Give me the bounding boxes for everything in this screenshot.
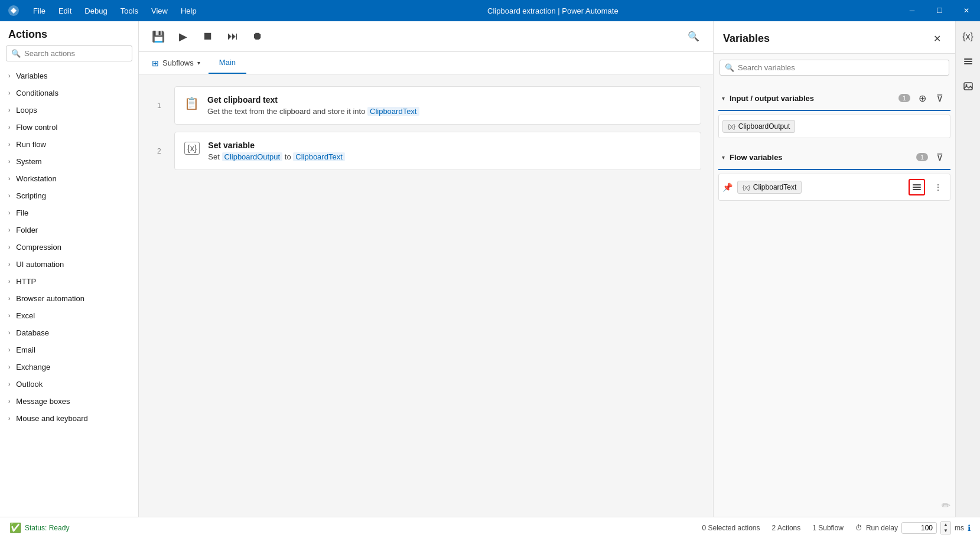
run-delay-input[interactable] — [901, 522, 937, 534]
run-delay-group: ⏱ Run delay ▲ ▼ ms ℹ — [855, 521, 971, 534]
bottom-eraser-area: ✏ — [714, 494, 955, 517]
action-label: Mouse and keyboard — [16, 414, 87, 423]
action-item-workstation[interactable]: › Workstation — [0, 170, 138, 187]
action-item-email[interactable]: › Email — [0, 341, 138, 358]
clipboard-output-row: {x} ClipboardOutput — [718, 115, 950, 138]
title-bar: File Edit Debug Tools View Help Clipboar… — [0, 0, 980, 21]
maximize-button[interactable]: ☐ — [926, 0, 953, 21]
action-item-exchange[interactable]: › Exchange — [0, 358, 138, 376]
main-layout: Actions 🔍 › Variables › Conditionals › L… — [0, 21, 980, 517]
stop-button[interactable]: ⏹ — [198, 27, 218, 47]
action-item-browser-automation[interactable]: › Browser automation — [0, 290, 138, 307]
add-variable-button[interactable]: ⊕ — [915, 91, 929, 105]
info-icon[interactable]: ℹ — [968, 523, 971, 533]
clipboard-text-chip: {x} ClipboardText — [737, 181, 802, 194]
close-button[interactable]: ✕ — [953, 0, 980, 21]
chevron-right-icon: › — [8, 347, 10, 353]
action-item-flow-control[interactable]: › Flow control — [0, 119, 138, 136]
filter-button[interactable]: ⊽ — [933, 91, 947, 105]
action-item-conditionals[interactable]: › Conditionals — [0, 84, 138, 102]
action-item-http[interactable]: › HTTP — [0, 273, 138, 290]
window-title: Clipboard extraction | Power Automate — [207, 6, 898, 15]
flow-step-2[interactable]: 2 {x} Set variable Set ClipboardOutput t… — [174, 132, 701, 170]
action-label: Folder — [16, 226, 38, 234]
chevron-right-icon: › — [8, 381, 10, 387]
menu-tools[interactable]: Tools — [115, 4, 144, 18]
record-button[interactable]: ⏺ — [248, 27, 268, 47]
spinner-down-button[interactable]: ▼ — [941, 528, 950, 534]
eraser-icon[interactable]: ✏ — [942, 499, 950, 512]
flow-filter-button[interactable]: ⊽ — [933, 150, 947, 164]
spinner-up-button[interactable]: ▲ — [941, 522, 950, 528]
action-item-file[interactable]: › File — [0, 204, 138, 221]
action-item-run-flow[interactable]: › Run flow — [0, 136, 138, 153]
chevron-right-icon: › — [8, 107, 10, 113]
pin-button[interactable]: 📌 — [722, 182, 732, 192]
action-item-system[interactable]: › System — [0, 153, 138, 170]
image-icon[interactable] — [959, 77, 978, 96]
subflow-count-label: 1 Subflow — [812, 524, 844, 532]
action-item-excel[interactable]: › Excel — [0, 307, 138, 324]
action-item-loops[interactable]: › Loops — [0, 102, 138, 119]
flow-canvas[interactable]: 1 📋 Get clipboard text Get the text from… — [139, 74, 713, 517]
menu-debug[interactable]: Debug — [79, 4, 113, 18]
run-delay-spinner[interactable]: ▲ ▼ — [940, 521, 951, 534]
action-label: Scripting — [16, 191, 46, 200]
variable-more-button[interactable]: ⋮ — [930, 179, 946, 195]
actions-list: › Variables › Conditionals › Loops › Flo… — [0, 67, 138, 517]
menu-bar[interactable]: File Edit Debug Tools View Help — [22, 4, 207, 18]
variables-panel: Variables ✕ 🔍 ▾ Input / output variables… — [713, 21, 955, 517]
next-button[interactable]: ⏭ — [223, 27, 243, 47]
svg-rect-6 — [964, 63, 972, 64]
run-button[interactable]: ▶ — [173, 27, 193, 47]
action-item-outlook[interactable]: › Outlook — [0, 376, 138, 393]
chevron-right-icon: › — [8, 158, 10, 165]
flow-step-1[interactable]: 1 📋 Get clipboard text Get the text from… — [174, 86, 701, 125]
svg-rect-1 — [913, 184, 921, 185]
tab-main[interactable]: Main — [209, 52, 246, 74]
menu-help[interactable]: Help — [175, 4, 203, 18]
actions-search-input[interactable] — [24, 49, 127, 58]
action-item-database[interactable]: › Database — [0, 324, 138, 341]
variables-header-icons: ✕ — [928, 30, 946, 47]
chevron-right-icon: › — [8, 312, 10, 319]
layers-icon[interactable] — [959, 52, 978, 71]
flow-variables-title: Flow variables — [730, 153, 916, 162]
action-label: UI automation — [16, 260, 64, 269]
menu-edit[interactable]: Edit — [53, 4, 77, 18]
chevron-right-icon: › — [8, 364, 10, 370]
action-item-scripting[interactable]: › Scripting — [0, 187, 138, 204]
canvas-search-button[interactable]: 🔍 — [683, 27, 704, 47]
action-item-variables[interactable]: › Variables — [0, 67, 138, 84]
action-item-folder[interactable]: › Folder — [0, 221, 138, 239]
action-label: System — [16, 157, 41, 166]
action-item-compression[interactable]: › Compression — [0, 239, 138, 256]
app-icon — [5, 2, 22, 19]
variables-search-input[interactable] — [738, 63, 944, 72]
step-1-title: Get clipboard text — [207, 95, 691, 105]
action-label: Flow control — [16, 123, 57, 132]
actions-search-icon: 🔍 — [11, 49, 21, 58]
menu-view[interactable]: View — [145, 4, 174, 18]
action-item-message-boxes[interactable]: › Message boxes — [0, 393, 138, 410]
save-button[interactable]: 💾 — [148, 27, 168, 47]
tabs-bar: ⊞ Subflows ▾ Main — [139, 52, 713, 74]
input-output-icons: ⊕ ⊽ — [915, 91, 947, 105]
minimize-button[interactable]: ─ — [898, 0, 926, 21]
action-item-ui-automation[interactable]: › UI automation — [0, 256, 138, 273]
action-item-mouse-keyboard[interactable]: › Mouse and keyboard — [0, 410, 138, 427]
actions-search-box[interactable]: 🔍 — [6, 45, 132, 61]
flow-variables-section-header[interactable]: ▾ Flow variables 1 ⊽ — [718, 145, 950, 170]
variable-details-button[interactable] — [909, 179, 925, 195]
chevron-right-icon: › — [8, 90, 10, 96]
variables-panel-toggle[interactable]: {x} — [959, 27, 978, 46]
menu-file[interactable]: File — [27, 4, 51, 18]
chevron-right-icon: › — [8, 415, 10, 422]
clipboard-text-label: ClipboardText — [753, 183, 796, 191]
status-text: Status: Ready — [25, 524, 69, 532]
variables-close-button[interactable]: ✕ — [928, 30, 946, 47]
input-output-section-header[interactable]: ▾ Input / output variables 1 ⊕ ⊽ — [718, 86, 950, 111]
subflows-dropdown-button[interactable]: ⊞ Subflows ▾ — [144, 53, 209, 74]
window-controls[interactable]: ─ ☐ ✕ — [898, 0, 980, 21]
variables-search-box[interactable]: 🔍 — [719, 60, 949, 76]
